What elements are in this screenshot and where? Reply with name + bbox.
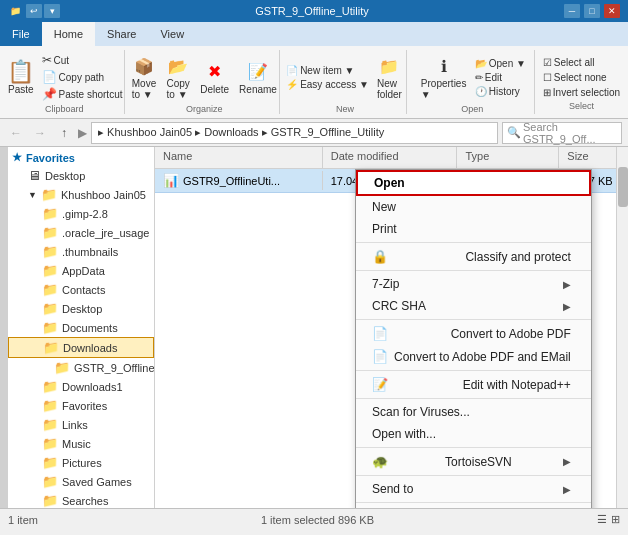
search-box[interactable]: 🔍 Search GSTR_9_Off... [502, 122, 622, 144]
sidebar-item-documents[interactable]: 📁 Documents [8, 318, 154, 337]
ctx-classify[interactable]: 🔒 Classify and protect [356, 245, 591, 268]
ctx-convert-pdf-email[interactable]: 📄 Convert to Adobe PDF and EMail [356, 345, 591, 368]
invert-selection-button[interactable]: ⊞ Invert selection [541, 86, 622, 99]
paste-icon: 📋 [9, 60, 33, 84]
properties-icon: ℹ [432, 54, 456, 78]
scroll-track[interactable] [616, 147, 628, 508]
ctx-open-with[interactable]: Open with... [356, 423, 591, 445]
ctx-scan[interactable]: Scan for Viruses... [356, 401, 591, 423]
arrow-icon-4: ▶ [563, 484, 571, 495]
sidebar-item-gstr[interactable]: 📁 GSTR_9_Offline_Utility [8, 358, 154, 377]
new-item-icon: 📄 [286, 65, 298, 76]
col-type[interactable]: Type [457, 147, 559, 168]
ctx-sep-3 [356, 319, 591, 320]
ctx-crc[interactable]: CRC SHA ▶ [356, 295, 591, 317]
ctx-notepad[interactable]: 📝 Edit with Notepad++ [356, 373, 591, 396]
organize-label: Organize [186, 104, 223, 114]
folder-icon-14: 📁 [42, 455, 58, 470]
list-view-icon[interactable]: ☰ [597, 513, 607, 526]
open-button[interactable]: 📂 Open ▼ [473, 57, 528, 70]
title-bar: 📁 ↩ ▾ GSTR_9_Offline_Utility ─ □ ✕ [0, 0, 628, 22]
undo-icon[interactable]: ↩ [26, 4, 42, 18]
ctx-7zip[interactable]: 7-Zip ▶ [356, 273, 591, 295]
col-date[interactable]: Date modified [323, 147, 458, 168]
cut-button[interactable]: ✂ Cut [40, 52, 125, 68]
edit-button[interactable]: ✏ Edit [473, 71, 528, 84]
close-button[interactable]: ✕ [604, 4, 620, 18]
paste-shortcut-icon: 📌 [42, 87, 57, 101]
sidebar-item-searches[interactable]: 📁 Searches [8, 491, 154, 508]
sidebar-item-khushboo[interactable]: ▼ 📁 Khushboo Jain05 [8, 185, 154, 204]
tortoise-icon: 🐢 [372, 454, 388, 469]
sidebar-item-desktop2[interactable]: 📁 Desktop [8, 299, 154, 318]
sidebar-item-contacts[interactable]: 📁 Contacts [8, 280, 154, 299]
minimize-button[interactable]: ─ [564, 4, 580, 18]
back-button[interactable]: ← [6, 123, 26, 143]
up-button[interactable]: ↑ [54, 123, 74, 143]
select-all-button[interactable]: ☑ Select all [541, 56, 622, 69]
folder-icon-9: 📁 [54, 360, 70, 375]
arrow-icon-2: ▶ [563, 301, 571, 312]
history-button[interactable]: 🕐 History [473, 85, 528, 98]
sidebar-item-gimp[interactable]: 📁 .gimp-2.8 [8, 204, 154, 223]
forward-button[interactable]: → [30, 123, 50, 143]
tab-file[interactable]: File [0, 22, 42, 46]
paste-button[interactable]: 📋 Paste [4, 58, 38, 97]
sidebar-item-downloads1[interactable]: 📁 Downloads1 [8, 377, 154, 396]
paste-shortcut-button[interactable]: 📌 Paste shortcut [40, 86, 125, 102]
tab-home[interactable]: Home [42, 22, 95, 46]
folder-icon-4: 📁 [42, 263, 58, 278]
sidebar-item-desktop[interactable]: 🖥 Desktop [8, 166, 154, 185]
sidebar-item-music[interactable]: 📁 Music [8, 434, 154, 453]
sidebar-item-oracle[interactable]: 📁 .oracle_jre_usage [8, 223, 154, 242]
folder-icon-8: 📁 [43, 340, 59, 355]
tab-share[interactable]: Share [95, 22, 148, 46]
scroll-handle[interactable] [618, 167, 628, 207]
copy-to-button[interactable]: 📂 Copyto ▼ [162, 52, 194, 102]
ctx-send-to[interactable]: Send to ▶ [356, 478, 591, 500]
new-label: New [336, 104, 354, 114]
ctx-convert-pdf[interactable]: 📄 Convert to Adobe PDF [356, 322, 591, 345]
delete-button[interactable]: ✖ Delete [196, 58, 233, 97]
sidebar-item-thumbnails[interactable]: 📁 .thumbnails [8, 242, 154, 261]
folder-icon: 📁 [8, 4, 22, 18]
ctx-cut[interactable]: Cut [356, 505, 591, 508]
copy-path-button[interactable]: 📄 Copy path [40, 69, 125, 85]
grid-view-icon[interactable]: ⊞ [611, 513, 620, 526]
sidebar-favorites[interactable]: ★ Favorites [8, 147, 154, 166]
new-folder-button[interactable]: 📁 Newfolder [373, 52, 406, 102]
folder-icon-5: 📁 [42, 282, 58, 297]
title-bar-left: 📁 ↩ ▾ [8, 4, 60, 18]
sidebar-item-saved-games[interactable]: 📁 Saved Games [8, 472, 154, 491]
easy-access-button[interactable]: ⚡ Easy access ▼ [284, 78, 371, 91]
sidebar-item-downloads[interactable]: 📁 Downloads [8, 337, 154, 358]
delete-icon: ✖ [203, 60, 227, 84]
sidebar-item-pictures[interactable]: 📁 Pictures [8, 453, 154, 472]
ctx-tortoise[interactable]: 🐢 TortoiseSVN ▶ [356, 450, 591, 473]
ctx-open[interactable]: Open [356, 170, 591, 196]
ribbon-group-clipboard: 📋 Paste ✂ Cut 📄 Copy path 📌 Paste shortc… [4, 50, 125, 114]
ctx-new[interactable]: New [356, 196, 591, 218]
ribbon-group-organize: 📦 Moveto ▼ 📂 Copyto ▼ ✖ Delete 📝 Rename … [129, 50, 280, 114]
select-all-icon: ☑ [543, 57, 552, 68]
quick-access-bar: ↩ ▾ [26, 4, 60, 18]
rename-button[interactable]: 📝 Rename [235, 58, 281, 97]
sidebar-item-links[interactable]: 📁 Links [8, 415, 154, 434]
move-to-button[interactable]: 📦 Moveto ▼ [128, 52, 160, 102]
col-name[interactable]: Name [155, 147, 323, 168]
dropdown-icon[interactable]: ▾ [44, 4, 60, 18]
address-path[interactable]: ▸ Khushboo Jain05 ▸ Downloads ▸ GSTR_9_O… [91, 122, 498, 144]
invert-icon: ⊞ [543, 87, 551, 98]
sidebar-item-favorites[interactable]: 📁 Favorites [8, 396, 154, 415]
ribbon-content: 📋 Paste ✂ Cut 📄 Copy path 📌 Paste shortc… [0, 46, 628, 118]
view-controls: ☰ ⊞ [597, 513, 620, 526]
arrow-icon-3: ▶ [563, 456, 571, 467]
properties-button[interactable]: ℹ Properties ▼ [417, 52, 471, 102]
maximize-button[interactable]: □ [584, 4, 600, 18]
sidebar-item-appdata[interactable]: 📁 AppData [8, 261, 154, 280]
copy-to-icon: 📂 [166, 54, 190, 78]
ctx-print[interactable]: Print [356, 218, 591, 240]
select-none-button[interactable]: ☐ Select none [541, 71, 622, 84]
new-item-button[interactable]: 📄 New item ▼ [284, 64, 371, 77]
tab-view[interactable]: View [148, 22, 196, 46]
